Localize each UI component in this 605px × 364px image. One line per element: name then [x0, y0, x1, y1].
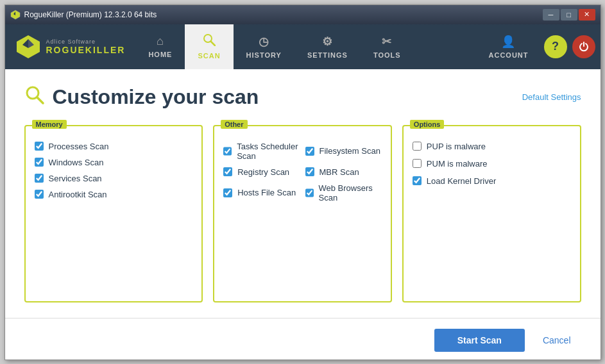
mbr-checkbox[interactable] [305, 167, 314, 176]
tasks-label: Tasks Scheduler Scan [237, 142, 300, 161]
nav-history-label: HISTORY [246, 51, 282, 59]
nav-items: ⌂ HOME SCAN ◷ HISTORY ⚙ SETTINGS [135, 24, 478, 69]
pup-item[interactable]: PUP is malware [413, 142, 571, 151]
titlebar: RogueKiller (Premium) 12.3.2.0 64 bits ─… [5, 5, 601, 24]
default-settings-link[interactable]: Default Settings [522, 92, 581, 102]
processes-checkbox[interactable] [35, 142, 44, 151]
brand-adlice: Adlice Software [46, 38, 126, 45]
start-scan-button[interactable]: Start Scan [434, 329, 525, 352]
power-button[interactable] [572, 35, 595, 58]
account-icon: 👤 [501, 35, 516, 49]
scan-icon [203, 33, 216, 49]
mbr-item[interactable]: MBR Scan [305, 167, 382, 177]
windows-checkbox[interactable] [35, 158, 44, 167]
hosts-item[interactable]: Hosts File Scan [223, 183, 300, 203]
help-button[interactable]: ? [544, 35, 567, 58]
account-label: ACCOUNT [489, 51, 529, 59]
pum-label: PUM is malware [427, 159, 488, 169]
nav-scan-label: SCAN [198, 52, 220, 60]
options-group-label: Options [410, 120, 445, 129]
brand-area: Adlice Software ROGUEKILLER [5, 24, 136, 69]
page-title: Customize your scan [53, 85, 259, 109]
processes-label: Processes Scan [49, 142, 109, 151]
pup-checkbox[interactable] [413, 142, 422, 151]
options-check-list: PUP is malware PUM is malware Load Kerne… [413, 142, 571, 186]
registry-label: Registry Scan [237, 167, 289, 177]
browsers-item[interactable]: Web Browsers Scan [305, 183, 382, 203]
tools-icon: ✂ [382, 35, 392, 49]
processes-item[interactable]: Processes Scan [35, 142, 193, 151]
nav-scan[interactable]: SCAN [185, 24, 233, 69]
mbr-label: MBR Scan [320, 167, 359, 177]
page-search-icon [24, 85, 45, 110]
window-controls: ─ □ ✕ [543, 9, 595, 21]
pum-checkbox[interactable] [413, 159, 422, 168]
services-checkbox[interactable] [35, 174, 44, 183]
antirootkit-checkbox[interactable] [35, 190, 44, 199]
cancel-button[interactable]: Cancel [533, 329, 581, 352]
registry-checkbox[interactable] [223, 167, 232, 176]
memory-group-label: Memory [32, 120, 67, 129]
other-group-label: Other [221, 120, 247, 129]
svg-line-8 [37, 97, 43, 103]
app-icon [10, 10, 21, 20]
nav-account[interactable]: 👤 ACCOUNT [479, 35, 539, 59]
page-header: Customize your scan Default Settings [24, 85, 581, 110]
hosts-label: Hosts File Scan [237, 188, 296, 197]
main-window: RogueKiller (Premium) 12.3.2.0 64 bits ─… [4, 4, 601, 360]
minimize-button[interactable]: ─ [543, 9, 559, 21]
antirootkit-item[interactable]: Antirootkit Scan [35, 190, 193, 199]
nav-history[interactable]: ◷ HISTORY [234, 24, 294, 69]
nav-settings[interactable]: ⚙ SETTINGS [294, 24, 361, 69]
filesystem-item[interactable]: Filesystem Scan [305, 142, 382, 161]
kernel-item[interactable]: Load Kernel Driver [413, 176, 571, 186]
nav-tools-label: TOOLS [373, 51, 401, 59]
svg-line-6 [211, 42, 215, 46]
other-check-list: Tasks Scheduler Scan Filesystem Scan Reg… [223, 142, 382, 203]
pum-item[interactable]: PUM is malware [413, 159, 571, 169]
tasks-item[interactable]: Tasks Scheduler Scan [223, 142, 300, 161]
filesystem-label: Filesystem Scan [320, 146, 380, 156]
pup-label: PUP is malware [427, 142, 486, 151]
window-title: RogueKiller (Premium) 12.3.2.0 64 bits [24, 10, 543, 19]
nav-tools[interactable]: ✂ TOOLS [361, 24, 414, 69]
nav-right: 👤 ACCOUNT ? [479, 24, 601, 69]
options-group: Options PUP is malware PUM is malware Lo… [402, 125, 581, 302]
brand-text: Adlice Software ROGUEKILLER [46, 38, 126, 55]
page-title-area: Customize your scan [24, 85, 259, 110]
windows-label: Windows Scan [49, 158, 104, 167]
hosts-checkbox[interactable] [223, 188, 232, 197]
windows-item[interactable]: Windows Scan [35, 158, 193, 167]
nav-settings-label: SETTINGS [307, 51, 348, 59]
tasks-checkbox[interactable] [223, 147, 232, 156]
footer: Start Scan Cancel [5, 318, 601, 360]
nav-home-label: HOME [148, 51, 172, 58]
services-item[interactable]: Services Scan [35, 174, 193, 183]
filesystem-checkbox[interactable] [305, 147, 314, 156]
kernel-label: Load Kernel Driver [427, 176, 496, 186]
brand-name: ROGUEKILLER [46, 45, 126, 55]
content-area: Customize your scan Default Settings Mem… [5, 69, 601, 318]
brand-logo [15, 34, 41, 60]
navbar: Adlice Software ROGUEKILLER ⌂ HOME SCAN [5, 24, 601, 69]
antirootkit-label: Antirootkit Scan [49, 190, 107, 199]
settings-icon: ⚙ [322, 35, 333, 49]
scan-groups: Memory Processes Scan Windows Scan Servi… [24, 125, 581, 302]
home-icon: ⌂ [157, 35, 164, 48]
memory-group: Memory Processes Scan Windows Scan Servi… [24, 125, 203, 302]
registry-item[interactable]: Registry Scan [223, 167, 300, 177]
nav-home[interactable]: ⌂ HOME [135, 24, 185, 69]
browsers-label: Web Browsers Scan [319, 183, 382, 203]
memory-check-list: Processes Scan Windows Scan Services Sca… [35, 142, 193, 199]
other-group: Other Tasks Scheduler Scan Filesystem Sc… [213, 125, 392, 302]
maximize-button[interactable]: □ [561, 9, 577, 21]
kernel-checkbox[interactable] [413, 176, 422, 185]
browsers-checkbox[interactable] [305, 188, 314, 197]
close-button[interactable]: ✕ [579, 9, 595, 21]
services-label: Services Scan [49, 174, 102, 183]
history-icon: ◷ [259, 35, 269, 49]
